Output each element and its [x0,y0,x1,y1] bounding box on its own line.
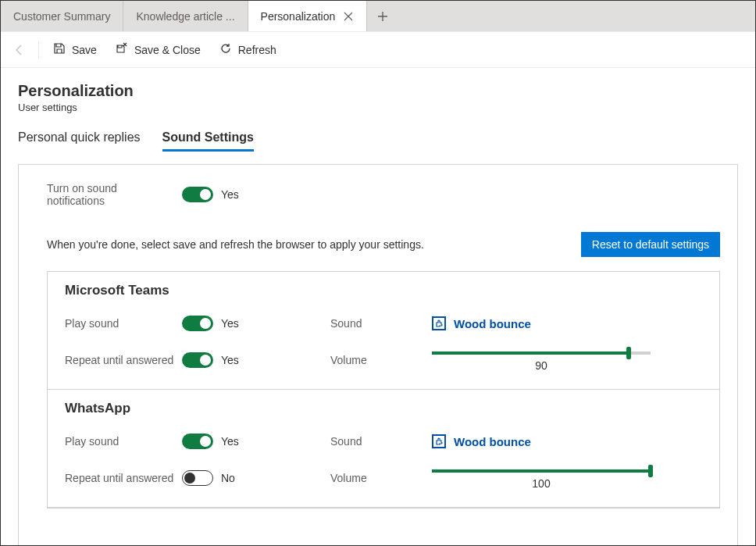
teams-play-sound-value: Yes [221,317,239,330]
tab-bar: Customer Summary Knowledge article ... P… [1,1,755,32]
subtab-sound-settings[interactable]: Sound Settings [162,130,254,152]
sound-notifications-value: Yes [221,188,239,201]
teams-sound-selector[interactable]: Wood bounce [432,316,702,330]
page-title: Personalization [18,82,738,100]
teams-repeat-toggle[interactable] [182,352,213,368]
whatsapp-volume-slider[interactable]: 100 [432,466,702,490]
save-hint: When you're done, select save and refres… [47,238,424,251]
tab-knowledge-article[interactable]: Knowledge article ... [123,1,248,31]
tab-label: Personalization [261,10,336,23]
toolbar: Save Save & Close Refresh [1,32,755,68]
whatsapp-repeat-toggle[interactable] [182,470,213,486]
teams-volume-slider[interactable]: 90 [432,348,702,372]
hint-row: When you're done, select save and refres… [47,232,720,257]
refresh-button[interactable]: Refresh [212,37,284,62]
save-close-icon [116,42,128,57]
whatsapp-sound-selector[interactable]: Wood bounce [432,434,702,448]
channel-section-teams: Microsoft Teams Play sound Yes Sound Woo… [48,272,719,390]
save-close-button[interactable]: Save & Close [108,37,209,62]
repeat-label: Repeat until answered [65,354,182,366]
teams-play-sound-toggle[interactable] [182,316,213,331]
channel-title: WhatsApp [65,401,702,416]
play-sound-label: Play sound [65,317,182,330]
page: Personalization User settings Personal q… [1,68,755,546]
puzzle-icon [432,434,446,448]
save-icon [53,42,66,57]
volume-label: Volume [330,472,432,484]
save-close-label: Save & Close [134,44,201,56]
sound-label: Sound [330,317,432,330]
teams-volume-value: 90 [432,359,651,372]
sound-label: Sound [330,435,432,448]
tab-customer-summary[interactable]: Customer Summary [1,1,123,31]
whatsapp-play-sound-toggle[interactable] [182,434,213,449]
whatsapp-repeat-value: No [221,472,235,484]
settings-panel: Turn on sound notifications Yes When you… [18,164,738,546]
sound-notifications-label: Turn on sound notifications [47,182,168,207]
channels-box: Microsoft Teams Play sound Yes Sound Woo… [47,271,720,509]
reset-defaults-button[interactable]: Reset to default settings [581,232,720,257]
refresh-label: Refresh [238,44,276,56]
sound-notifications-row: Turn on sound notifications Yes [47,182,720,207]
whatsapp-play-sound-value: Yes [221,435,239,448]
repeat-label: Repeat until answered [65,472,182,484]
close-icon[interactable] [343,11,354,22]
tab-label: Knowledge article ... [136,10,234,23]
tab-label: Customer Summary [13,10,110,23]
teams-sound-name: Wood bounce [454,317,531,330]
whatsapp-sound-name: Wood bounce [454,435,531,448]
save-button[interactable]: Save [45,37,105,62]
puzzle-icon [432,316,446,330]
channel-title: Microsoft Teams [65,283,702,298]
sub-tabs: Personal quick replies Sound Settings [18,130,738,152]
volume-label: Volume [330,354,432,366]
page-subtitle: User settings [18,102,738,113]
teams-repeat-value: Yes [221,354,239,366]
whatsapp-volume-value: 100 [432,477,651,490]
divider [38,41,39,59]
play-sound-label: Play sound [65,435,182,448]
subtab-personal-quick-replies[interactable]: Personal quick replies [18,130,141,152]
tab-personalization[interactable]: Personalization [248,1,368,31]
new-tab-button[interactable] [367,1,398,31]
refresh-icon [219,42,232,57]
save-label: Save [72,44,97,56]
sound-notifications-toggle[interactable] [182,187,213,202]
channel-section-whatsapp: WhatsApp Play sound Yes Sound Wood bounc… [48,390,719,508]
back-button[interactable] [7,37,32,62]
